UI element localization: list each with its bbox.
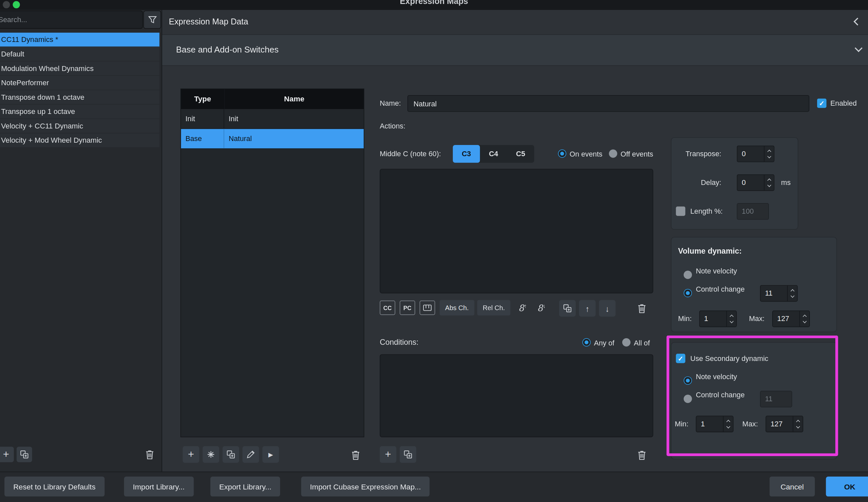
filter-button[interactable] <box>143 11 161 29</box>
duplicate-map-button[interactable] <box>17 447 32 462</box>
chevron-down-icon[interactable] <box>855 44 863 52</box>
add-key-action-button[interactable] <box>420 301 435 315</box>
transpose-label: Transpose: <box>671 146 721 162</box>
import-library-button[interactable]: Import Library... <box>124 477 193 496</box>
secondary-max-value[interactable]: 127 <box>766 416 793 432</box>
any-of-radio[interactable] <box>582 338 591 346</box>
note-velocity-radio[interactable] <box>684 271 692 279</box>
duplicate-switch-button[interactable] <box>223 446 239 463</box>
length-checkbox[interactable] <box>676 207 685 216</box>
add-cc-action-button[interactable]: CC <box>380 301 395 315</box>
conditions-list[interactable] <box>380 354 653 437</box>
delay-spinner[interactable]: 0 <box>737 174 775 191</box>
move-action-down-button[interactable]: ↓ <box>599 300 615 316</box>
section-header[interactable]: Base and Add-on Switches <box>162 35 868 66</box>
cc-number-stepper[interactable] <box>787 286 797 301</box>
max-spinner[interactable]: 127 <box>772 311 810 327</box>
transpose-value[interactable]: 0 <box>737 146 764 161</box>
secondary-max-stepper[interactable] <box>793 416 803 432</box>
actions-label: Actions: <box>380 122 406 130</box>
min-value[interactable]: 1 <box>700 311 726 327</box>
cc-number-spinner[interactable]: 11 <box>760 285 798 302</box>
rel-channel-button[interactable]: Rel Ch. <box>477 300 510 315</box>
export-library-button[interactable]: Export Library... <box>210 477 280 496</box>
transpose-stepper[interactable] <box>764 146 774 161</box>
enabled-checkbox[interactable]: ✓ <box>817 98 826 108</box>
name-cell: Natural <box>224 129 364 149</box>
map-list-item[interactable]: Velocity + CC11 Dynamic <box>0 119 159 134</box>
delete-action-button[interactable] <box>633 300 650 316</box>
octave-up-button[interactable]: 8 ↑ <box>515 300 530 315</box>
switch-row[interactable]: Init Init <box>181 109 364 129</box>
duplicate-condition-button[interactable] <box>400 446 416 463</box>
max-stepper[interactable] <box>799 311 809 327</box>
middle-c-option-c5[interactable]: C5 <box>507 145 534 163</box>
octave-down-button[interactable]: 8 ↓ <box>534 300 549 315</box>
actions-list[interactable] <box>380 169 653 293</box>
middle-c-option-c4[interactable]: C4 <box>480 145 507 163</box>
min-label: Min: <box>678 311 692 327</box>
secondary-note-velocity-label: Note velocity <box>696 368 737 385</box>
edit-switch-button[interactable] <box>242 446 259 463</box>
cc-number-value[interactable]: 11 <box>761 286 787 301</box>
plus-icon: + <box>3 449 9 459</box>
add-switch-button[interactable]: + <box>183 446 199 463</box>
playback-properties-panel: Transpose: 0 Delay: 0 ms Length %: 100 <box>671 137 798 230</box>
delete-map-button[interactable] <box>141 446 157 463</box>
secondary-min-stepper[interactable] <box>723 416 733 432</box>
min-stepper[interactable] <box>726 311 736 327</box>
reset-library-defaults-button[interactable]: Reset to Library Defaults <box>4 477 104 496</box>
check-icon: ✓ <box>678 354 683 362</box>
secondary-min-value[interactable]: 1 <box>696 416 723 432</box>
ok-button[interactable]: OK <box>826 477 868 496</box>
delete-switch-button[interactable] <box>347 447 364 463</box>
secondary-control-change-radio[interactable] <box>684 395 692 403</box>
move-action-up-button[interactable]: ↑ <box>579 300 596 316</box>
map-list-item[interactable]: Velocity + Mod Wheel Dynamic <box>0 134 159 148</box>
min-spinner[interactable]: 1 <box>699 311 737 327</box>
name-cell: Init <box>224 109 364 128</box>
any-of-label: Any of <box>594 339 614 347</box>
auto-generate-switch-button[interactable] <box>203 446 219 463</box>
switch-name-input[interactable] <box>407 95 809 112</box>
map-list-item[interactable]: NotePerformer <box>0 76 159 91</box>
search-input[interactable] <box>0 11 143 29</box>
delay-stepper[interactable] <box>764 175 774 190</box>
off-events-radio[interactable] <box>609 150 617 158</box>
secondary-note-velocity-radio[interactable] <box>684 377 692 385</box>
map-list-item[interactable]: Default <box>0 47 159 61</box>
audition-switch-button[interactable]: ▶ <box>262 446 279 463</box>
trash-icon <box>637 303 646 314</box>
abs-channel-button[interactable]: Abs Ch. <box>440 300 474 315</box>
switches-table-header: Type Name <box>181 89 364 109</box>
secondary-min-spinner[interactable]: 1 <box>696 416 734 432</box>
add-map-button[interactable]: + <box>0 447 14 462</box>
control-change-radio[interactable] <box>684 289 692 297</box>
switch-row-selected[interactable]: Base Natural <box>181 129 364 149</box>
delay-value[interactable]: 0 <box>737 175 764 190</box>
window-titlebar: Expression Maps <box>0 0 868 10</box>
collapse-panel-chevron-icon[interactable] <box>854 18 861 26</box>
length-input: 100 <box>737 203 769 220</box>
all-of-radio[interactable] <box>622 338 631 346</box>
trash-icon <box>637 450 646 460</box>
map-list-item[interactable]: CC11 Dynamics * <box>0 33 159 47</box>
cancel-button[interactable]: Cancel <box>769 477 815 496</box>
on-events-radio[interactable] <box>558 150 566 158</box>
secondary-max-spinner[interactable]: 127 <box>766 416 803 432</box>
max-value[interactable]: 127 <box>773 311 799 327</box>
map-list-item[interactable]: Modulation Wheel Dynamics <box>0 61 159 76</box>
use-secondary-dynamic-checkbox[interactable]: ✓ <box>676 354 685 363</box>
delete-condition-button[interactable] <box>633 447 650 463</box>
map-list-item[interactable]: Transpose up 1 octave <box>0 105 159 119</box>
import-cubase-expression-map-button[interactable]: Import Cubase Expression Map... <box>301 477 430 496</box>
secondary-control-change-label: Control change <box>696 387 745 404</box>
on-events-label: On events <box>570 150 602 158</box>
add-condition-button[interactable]: + <box>380 446 396 463</box>
switches-table: Type Name Init Init Base Natural <box>180 88 364 437</box>
duplicate-action-button[interactable] <box>559 300 576 316</box>
middle-c-option-c3[interactable]: C3 <box>453 145 480 163</box>
add-pc-action-button[interactable]: PC <box>400 301 415 315</box>
map-list-item[interactable]: Transpose down 1 octave <box>0 90 159 105</box>
transpose-spinner[interactable]: 0 <box>737 146 775 162</box>
